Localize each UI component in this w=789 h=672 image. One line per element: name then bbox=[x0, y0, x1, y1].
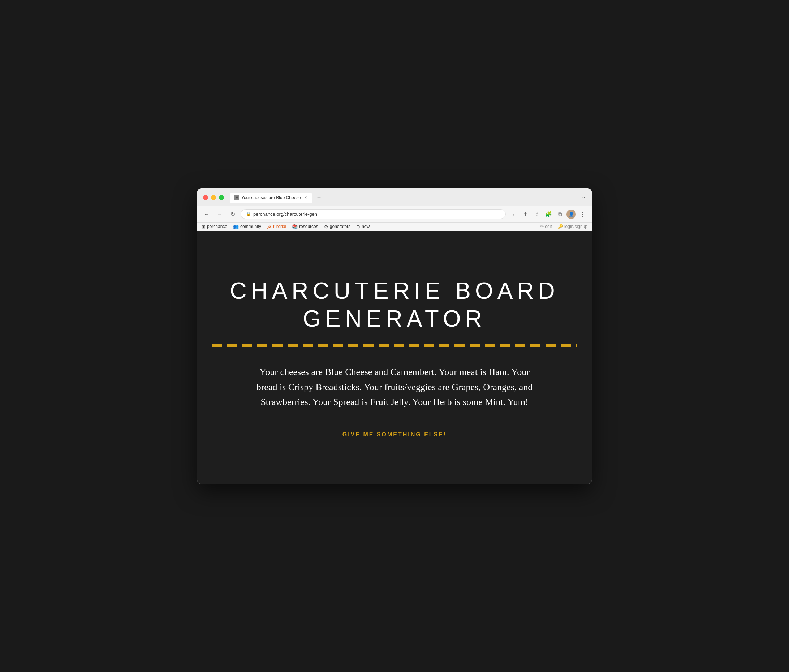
address-input[interactable]: 🔒 perchance.org/charcuterie-gen bbox=[241, 209, 506, 219]
more-icon[interactable]: ⋮ bbox=[577, 209, 588, 219]
bookmark-resources[interactable]: 📚 resources bbox=[292, 224, 318, 230]
bookmark-community[interactable]: 👥 community bbox=[233, 224, 261, 230]
edit-link[interactable]: ✏ edit bbox=[540, 224, 552, 229]
page-title-line2: GENERATOR bbox=[303, 306, 486, 332]
extensions-icon[interactable]: 🧩 bbox=[543, 209, 553, 219]
tab-title: Your cheeses are Blue Cheese bbox=[241, 195, 301, 200]
forward-button[interactable]: → bbox=[215, 209, 225, 219]
bookmark-generators-label: generators bbox=[330, 224, 350, 229]
bookmark-tutorial[interactable]: 🌶 tutorial bbox=[267, 224, 286, 230]
perchance-icon: ⊞ bbox=[201, 224, 206, 230]
bookmark-new-label: new bbox=[362, 224, 370, 229]
new-icon: ⊕ bbox=[356, 224, 360, 230]
toolbar-icons: ⚿ ⬆ ☆ 🧩 ⧉ 👤 ⋮ bbox=[509, 209, 588, 219]
bookmark-new[interactable]: ⊕ new bbox=[356, 224, 370, 230]
window-icon[interactable]: ⧉ bbox=[555, 209, 565, 219]
lock-icon: 🔒 bbox=[246, 212, 251, 216]
star-icon[interactable]: ☆ bbox=[532, 209, 542, 219]
give-me-button[interactable]: GIVE ME SOMETHING ELSE! bbox=[342, 431, 447, 438]
maximize-button[interactable] bbox=[219, 195, 224, 200]
bookmark-perchance[interactable]: ⊞ perchance bbox=[201, 224, 227, 230]
tab-menu-icon[interactable]: ⌄ bbox=[581, 193, 586, 203]
new-tab-button[interactable]: + bbox=[314, 193, 324, 203]
resources-icon: 📚 bbox=[292, 224, 298, 230]
bookmark-resources-label: resources bbox=[299, 224, 318, 229]
bookmark-generators[interactable]: ⚙ generators bbox=[324, 224, 350, 230]
active-tab[interactable]: ⊞ Your cheeses are Blue Cheese ✕ bbox=[230, 193, 313, 203]
bookmark-community-label: community bbox=[240, 224, 261, 229]
bookmarks-right: ✏ edit 🔑 login/signup bbox=[540, 224, 588, 229]
minimize-button[interactable] bbox=[211, 195, 216, 200]
close-button[interactable] bbox=[203, 195, 208, 200]
dashed-divider bbox=[212, 344, 577, 347]
tab-favicon-icon: ⊞ bbox=[234, 195, 239, 200]
tutorial-icon: 🌶 bbox=[267, 224, 272, 230]
key-icon[interactable]: ⚿ bbox=[509, 209, 519, 219]
tab-close-icon[interactable]: ✕ bbox=[303, 195, 308, 200]
result-text: Your cheeses are Blue Cheese and Camembe… bbox=[254, 364, 535, 410]
share-icon[interactable]: ⬆ bbox=[520, 209, 530, 219]
traffic-lights bbox=[203, 195, 224, 200]
browser-window: ⊞ Your cheeses are Blue Cheese ✕ + ⌄ ← →… bbox=[197, 188, 592, 484]
bookmark-tutorial-label: tutorial bbox=[273, 224, 286, 229]
generators-icon: ⚙ bbox=[324, 224, 328, 230]
bookmark-perchance-label: perchance bbox=[207, 224, 227, 229]
bookmarks-bar: ⊞ perchance 👥 community 🌶 tutorial 📚 res… bbox=[197, 223, 592, 231]
page-title-line1: CHARCUTERIE BOARD bbox=[230, 278, 559, 304]
back-button[interactable]: ← bbox=[201, 209, 212, 219]
community-icon: 👥 bbox=[233, 224, 239, 230]
login-link[interactable]: 🔑 login/signup bbox=[558, 224, 588, 229]
profile-avatar[interactable]: 👤 bbox=[567, 209, 576, 219]
address-bar-row: ← → ↻ 🔒 perchance.org/charcuterie-gen ⚿ … bbox=[197, 206, 592, 223]
reload-button[interactable]: ↻ bbox=[228, 209, 238, 219]
title-bar: ⊞ Your cheeses are Blue Cheese ✕ + ⌄ bbox=[197, 188, 592, 206]
tab-bar: ⊞ Your cheeses are Blue Cheese ✕ + ⌄ bbox=[230, 193, 586, 203]
page-title: CHARCUTERIE BOARD GENERATOR bbox=[230, 277, 559, 333]
address-text: perchance.org/charcuterie-gen bbox=[253, 211, 500, 217]
page-content: CHARCUTERIE BOARD GENERATOR Your cheeses… bbox=[197, 231, 592, 484]
